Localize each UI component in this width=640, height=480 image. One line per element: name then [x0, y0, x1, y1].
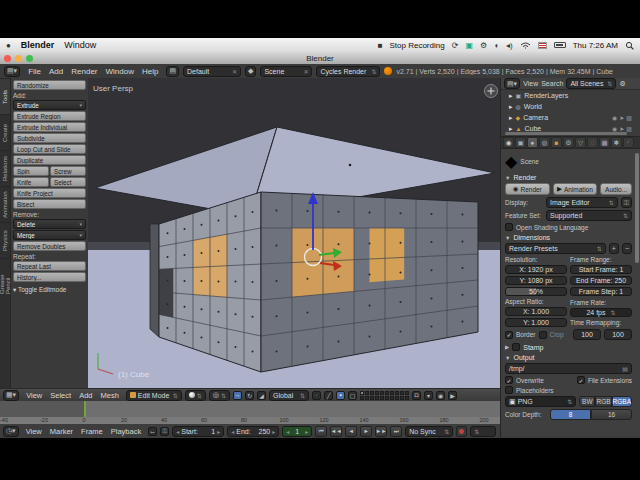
tool-button-select[interactable]: Select	[50, 177, 86, 187]
vertex-select-icon[interactable]: ∙	[312, 391, 321, 400]
tool-tab-physics[interactable]: Physics	[0, 222, 10, 258]
app-menu[interactable]: Blender	[21, 40, 55, 50]
toggle-editmode-panel-header[interactable]: ▾ Toggle Editmode	[13, 286, 86, 294]
prev-keyframe-button[interactable]: ◄◄	[330, 426, 342, 437]
selectability-arrow-icon[interactable]: ➤	[619, 125, 624, 132]
display-select[interactable]: Image Editor⇅	[546, 197, 618, 208]
current-frame-field[interactable]: ◂1▸	[282, 426, 312, 437]
pivot-select[interactable]: ◎⇅	[209, 390, 230, 401]
layer-cell[interactable]	[385, 391, 389, 395]
properties-tab-world-icon[interactable]: ◍	[539, 137, 550, 148]
layer-cell[interactable]	[405, 396, 409, 400]
animation-button[interactable]: ▶Animation	[553, 183, 598, 195]
properties-tab-physics-icon[interactable]: ◜	[623, 137, 634, 148]
tool-button-bisect[interactable]: Bisect	[13, 199, 86, 209]
layer-cell[interactable]	[395, 391, 399, 395]
file-format-select[interactable]: ▣ PNG⇅	[505, 396, 576, 407]
resolution-y-field[interactable]: Y: 1080 px	[505, 276, 567, 285]
layer-cell[interactable]	[385, 396, 389, 400]
render-opengl-icon[interactable]: ◉	[436, 391, 445, 400]
remap-new-field[interactable]: 100	[604, 329, 632, 340]
layer-cell[interactable]	[395, 396, 399, 400]
frame-start-field[interactable]: ◂Start: 1▸	[172, 426, 224, 437]
timeline-track[interactable]	[0, 401, 500, 417]
editor-type-icon[interactable]: ▤▾	[4, 66, 20, 77]
menubar-clock[interactable]: Thu 7:26 AM	[573, 41, 618, 50]
layer-cell[interactable]	[390, 391, 394, 395]
border-checkbox[interactable]	[505, 331, 513, 339]
play-button[interactable]: ►	[360, 426, 372, 437]
manipulator-translate-icon[interactable]: →	[233, 391, 242, 400]
menu-view[interactable]: View	[22, 427, 46, 436]
keying-set-field[interactable]: ⇅	[470, 426, 496, 437]
layer-cell[interactable]	[365, 396, 369, 400]
screen-layout-field[interactable]: Default✕	[183, 66, 241, 77]
renderability-camera-icon[interactable]: ▨	[626, 114, 632, 121]
preset-add-icon[interactable]: +	[609, 243, 619, 254]
orientation-select[interactable]: Global⇅	[269, 390, 309, 401]
feature-set-select[interactable]: Supported⇅	[546, 210, 632, 221]
stamp-panel-header[interactable]: ▶ Stamp	[505, 343, 632, 351]
resolution-scale-slider[interactable]: 50%	[505, 287, 567, 296]
render-opengl-anim-icon[interactable]: ▶	[448, 391, 457, 400]
menu-help[interactable]: Help	[138, 67, 162, 76]
resolution-x-field[interactable]: X: 1920 px	[505, 265, 567, 274]
properties-scrollbar[interactable]	[635, 153, 639, 263]
aspect-y-field[interactable]: Y: 1.000	[505, 318, 567, 327]
tool-button-duplicate[interactable]: Duplicate	[13, 155, 86, 165]
placeholders-checkbox[interactable]	[505, 386, 513, 394]
record-button[interactable]	[456, 426, 467, 437]
render-button[interactable]: ◉Render	[505, 183, 550, 195]
tool-tab-create[interactable]: Create	[0, 114, 10, 150]
osl-checkbox[interactable]	[505, 223, 513, 231]
properties-tab-modifiers-icon[interactable]: ⚙	[563, 137, 574, 148]
layer-cell[interactable]	[400, 396, 404, 400]
selectability-arrow-icon[interactable]: ➤	[619, 114, 624, 121]
layer-cell[interactable]	[405, 391, 409, 395]
tool-tab-grease-pencil[interactable]: Grease Pencil	[0, 258, 10, 294]
manipulator-rotate-icon[interactable]: ↻	[245, 391, 254, 400]
menu-add[interactable]: Add	[45, 67, 67, 76]
outliner-editor-type-icon[interactable]: ▤▾	[504, 78, 520, 89]
menu-view[interactable]: View	[22, 391, 46, 400]
tool-button-subdivide[interactable]: Subdivide	[13, 133, 86, 143]
stamp-checkbox[interactable]	[512, 343, 520, 351]
frame-end-field[interactable]: ◂End: 250▸	[227, 426, 279, 437]
output-path-field[interactable]: /tmp/ ▤	[505, 363, 632, 374]
properties-tab-texture-icon[interactable]: ▦	[599, 137, 610, 148]
dropbox-icon[interactable]: ▣	[465, 41, 473, 50]
mode-select[interactable]: Edit Mode⇅	[126, 390, 182, 401]
start-frame-field[interactable]: Start Frame: 1	[570, 265, 632, 274]
tool-tab-tools[interactable]: Tools	[0, 78, 10, 114]
viewport-shading-select[interactable]: ⇅	[185, 390, 206, 401]
spotlight-icon[interactable]	[625, 41, 634, 50]
tool-button-spin[interactable]: Spin	[13, 166, 49, 176]
dimensions-panel-header[interactable]: ▼Dimensions	[505, 234, 632, 241]
expand-icon[interactable]: ▸	[509, 103, 513, 111]
render-presets-select[interactable]: Render Presets⇅	[505, 243, 606, 254]
outliner-filter-icon[interactable]: ⚙	[619, 80, 625, 88]
tool-button-extrude-individual[interactable]: Extrude Individual	[13, 122, 86, 132]
preset-remove-icon[interactable]: −	[622, 243, 632, 254]
tool-button-randomize[interactable]: Randomize	[13, 80, 86, 90]
tool-button-repeat-last[interactable]: Repeat Last	[13, 261, 86, 271]
properties-tab-object-icon[interactable]: ■	[551, 137, 562, 148]
layer-cell[interactable]	[375, 391, 379, 395]
folder-icon[interactable]: ▤	[622, 365, 628, 372]
layer-cell[interactable]	[380, 391, 384, 395]
gear-icon[interactable]: ⚙	[480, 41, 487, 50]
tool-button-extrude[interactable]: Extrude▾	[13, 100, 86, 110]
color-depth-8[interactable]: 8	[550, 409, 591, 420]
menu-select[interactable]: Select	[46, 391, 75, 400]
layer-cell[interactable]	[365, 391, 369, 395]
tool-button-delete[interactable]: Delete▾	[13, 219, 86, 229]
tool-button-extrude-region[interactable]: Extrude Region	[13, 111, 86, 121]
outliner-row-world[interactable]: ▸◍World	[501, 101, 640, 112]
aspect-x-field[interactable]: X: 1.000	[505, 307, 567, 316]
layer-cell[interactable]	[390, 396, 394, 400]
color-depth-16[interactable]: 16	[591, 409, 632, 420]
stop-icon[interactable]: ■	[378, 41, 383, 50]
tool-tab-animation[interactable]: Animation	[0, 186, 10, 222]
snap-element-icon[interactable]: ▾	[424, 391, 433, 400]
outliner-search-menu[interactable]: Search	[541, 80, 563, 87]
